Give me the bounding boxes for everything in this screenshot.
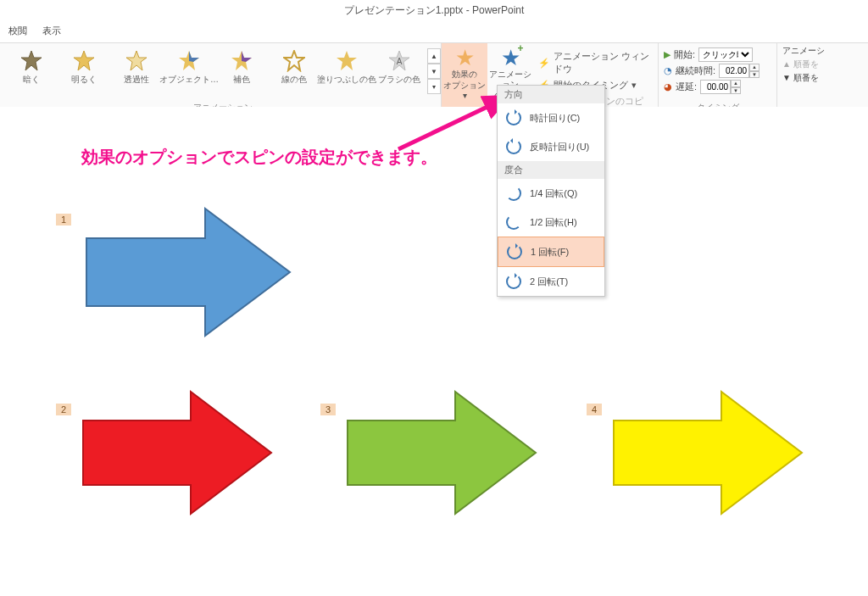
menu-item-counter-clockwise[interactable]: 反時計回り(U) [498,132,604,161]
menu-item-half-spin[interactable]: 1/2 回転(H) [498,208,604,237]
gallery-scroll-down[interactable]: ▼ [427,64,441,79]
star-icon [20,50,42,72]
play-icon: ▶ [664,49,670,60]
timing-delay-spin[interactable]: ▲▼ [700,80,741,94]
full-spin-icon [507,244,522,259]
group-timing: ▶ 開始: クリック時 ◔ 継続時間: ▲▼ ◕ 遅延: ▲▼ タイミング [659,43,777,115]
counter-clockwise-icon [506,139,521,154]
gallery-label: 透過性 [124,74,149,86]
timing-start-label: 開始: [674,48,695,61]
animation-gallery: 暗く 明るく 透過性 オブジェクト… 補色 [5,45,426,94]
gallery-scroll-up[interactable]: ▲ [427,48,441,64]
timing-delay-row: ◕ 遅延: ▲▼ [664,79,771,95]
gallery-label: 補色 [233,74,250,86]
slide-shape-arrow-2[interactable] [76,385,280,521]
button-label-line: 効果の [452,70,477,80]
half-spin-icon [506,214,521,230]
gallery-label: 暗く [23,74,40,86]
gallery-item-fill-color[interactable]: 塗りつぶしの色 [320,48,373,94]
star-icon [73,50,95,72]
svg-marker-6 [242,51,252,62]
lightning-icon: ⚡ [538,58,550,69]
gallery-label: ブラシの色 [378,74,420,86]
svg-marker-4 [189,51,199,62]
tab-review[interactable]: 校閲 [8,21,27,42]
ribbon: 暗く 明るく 透過性 オブジェクト… 補色 [0,43,868,116]
gallery-item-complementary[interactable]: 補色 [215,48,268,94]
double-spin-icon [506,274,521,289]
slide-canvas: 効果のオプションでスピンの設定ができます。 1 2 3 4 [0,107,868,596]
timing-delay-label: 遅延: [676,81,697,93]
menu-section-direction: 方向 [498,86,604,103]
menu-item-full-spin[interactable]: 1 回転(F) [498,237,604,267]
animation-tag[interactable]: 3 [320,404,336,415]
star-icon [125,50,147,72]
gallery-item-brush-color[interactable]: A ブラシの色 [373,48,426,94]
effect-options-button[interactable]: ★ 効果の オプション ▾ [442,43,487,115]
spin-down[interactable]: ▼ [749,71,760,79]
delay-input[interactable] [700,80,731,94]
timing-duration-spin[interactable]: ▲▼ [719,64,760,78]
window-title: プレゼンテーション1.pptx - PowerPoint [0,0,868,19]
gallery-label: 線の色 [281,74,307,86]
svg-marker-0 [21,51,42,70]
star-icon [231,50,253,72]
spin-down[interactable]: ▼ [731,87,741,95]
menu-item-clockwise[interactable]: 時計回り(C) [498,103,604,132]
gallery-label: 塗りつぶしの色 [317,74,376,86]
gallery-scroll-spinner: ▲ ▼ ▾ [427,48,441,94]
star-icon [178,50,200,72]
star-icon [283,50,305,72]
timing-duration-label: 継続時間: [676,64,715,77]
tab-view[interactable]: 表示 [42,21,61,42]
timing-start-select[interactable]: クリック時 [698,47,753,62]
clockwise-icon [506,110,521,125]
clock-icon: ◔ [664,65,672,76]
star-icon: A [388,50,410,72]
gallery-item-object-color[interactable]: オブジェクト… [163,48,215,94]
svg-marker-1 [74,51,94,70]
menu-item-double-spin[interactable]: 2 回転(T) [498,267,604,296]
slide-shape-arrow-3[interactable] [341,385,544,521]
group-animation-gallery: 暗く 明るく 透過性 オブジェクト… 補色 [0,43,442,115]
svg-marker-8 [337,51,357,70]
menu-section-amount: 度合 [498,161,604,179]
slide-shape-arrow-1[interactable] [78,200,298,344]
effect-options-menu: 方向 時計回り(C) 反時計回り(U) 度合 1/4 回転(Q) 1/2 回転(… [497,85,605,297]
spin-up[interactable]: ▲ [749,64,760,71]
timing-duration-row: ◔ 継続時間: ▲▼ [664,63,771,79]
spin-up[interactable]: ▲ [731,80,741,87]
svg-marker-7 [284,51,304,70]
button-label-line: オプション ▾ [443,81,486,101]
quarter-spin-icon [506,186,521,201]
animation-tag[interactable]: 1 [56,214,71,226]
gallery-expand[interactable]: ▾ [427,79,441,94]
gallery-item-lighten[interactable]: 明るく [58,48,110,94]
star-icon [336,50,358,72]
reorder-later[interactable]: ▼ 順番を [782,72,825,84]
animation-tag[interactable]: 2 [56,404,71,415]
duration-input[interactable] [719,64,749,78]
timing-start-row: ▶ 開始: クリック時 [664,47,771,63]
animation-tag[interactable]: 4 [587,404,602,415]
star-icon: ★ [455,47,475,69]
reorder-earlier[interactable]: ▲ 順番を [782,58,825,70]
svg-text:A: A [397,57,403,66]
gallery-label: オブジェクト… [159,74,219,86]
star-plus-icon: ★+ [501,47,520,69]
gallery-item-transparency[interactable]: 透過性 [110,48,163,94]
menu-item-quarter-spin[interactable]: 1/4 回転(Q) [498,179,604,208]
clock-icon: ◕ [664,81,672,92]
gallery-item-darken[interactable]: 暗く [5,48,58,94]
annotation-text: 効果のオプションでスピンの設定ができます。 [81,146,437,169]
svg-marker-2 [126,51,147,70]
reorder-header: アニメーシ [782,45,825,57]
gallery-label: 明るく [71,74,97,86]
animation-pane-button[interactable]: ⚡アニメーション ウィンドウ [538,48,653,77]
group-reorder: アニメーシ ▲ 順番を ▼ 順番を [777,43,825,115]
gallery-item-line-color[interactable]: 線の色 [268,48,320,94]
ribbon-tabs: 校閲 表示 [0,19,868,43]
slide-shape-arrow-4[interactable] [607,385,810,521]
